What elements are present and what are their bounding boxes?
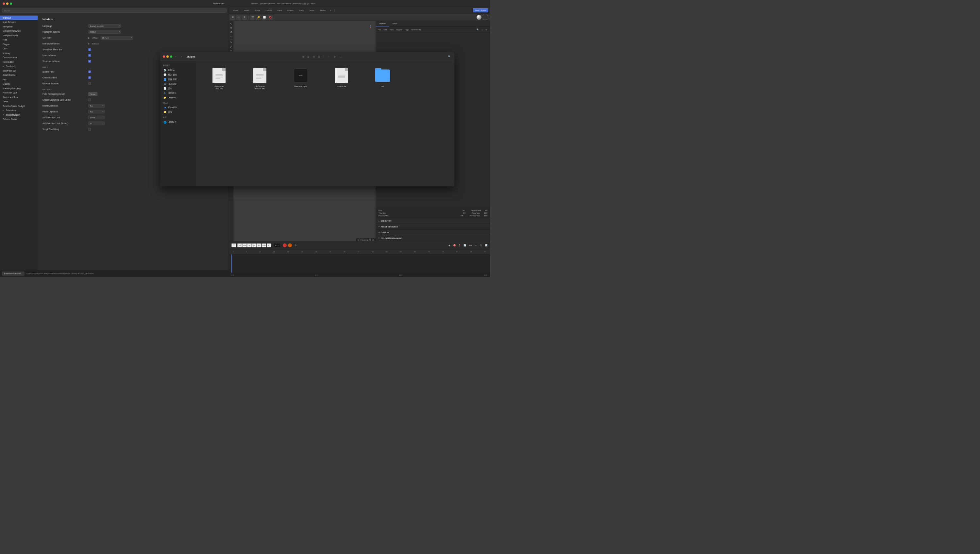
fm-share-btn[interactable]: ↑ [326,54,331,59]
sidebar-item-takes[interactable]: Takes [0,99,38,104]
paste-objects-select-wrap[interactable]: Top [88,110,105,113]
language-select-wrap[interactable]: English (en-US) [88,24,121,28]
gui-font-select[interactable]: UI Font [101,36,134,40]
v-scale-btn[interactable]: ⤡ [229,34,233,38]
highlight-features-select-wrap[interactable]: 2023.2 [88,30,121,33]
tab-paint[interactable]: Paint [275,8,285,13]
maximize-btn[interactable] [10,2,12,5]
tl-goto-start-btn[interactable]: |◀ [237,243,242,247]
fm-search-btn[interactable]: 🔍 [447,54,452,59]
sidebar-item-asset-browser[interactable]: Asset Browser [0,73,38,78]
sidebar-item-files[interactable]: Files [0,38,38,42]
file-octane-dat[interactable]: octane.dat [324,66,360,89]
tl-autokey-btn[interactable] [288,243,292,247]
tl-record-btn[interactable] [283,243,287,247]
tl-prev-frame-btn[interactable]: ◀ [247,243,252,247]
sidebar-item-navigation[interactable]: Navigation [0,24,38,29]
close-btn[interactable] [3,2,5,5]
objects-home-btn[interactable]: ⌂ [480,28,484,31]
fm-icloud-drive[interactable]: ☁ iCloud Dri... [161,105,196,110]
sidebar-item-scheme-colors[interactable]: Scheme Colors [0,117,38,122]
online-content-checkbox[interactable] [88,76,91,79]
tl-snap-tl-btn[interactable]: ⊡ [479,243,483,247]
menu-bookmarks[interactable]: Bookmarks [411,29,421,31]
highlight-features-select[interactable]: 2023.2 [88,30,121,33]
sidebar-item-input-devices[interactable]: Input Devices [0,20,38,24]
sidebar-item-modeling[interactable]: Modeling/Sculpting [0,86,38,91]
sidebar-item-node-editor[interactable]: Node Editor [0,60,38,64]
tl-scale-tl-btn[interactable]: ⟺ [468,243,473,247]
menu-tags[interactable]: Tags [405,29,409,31]
v-paint-btn[interactable]: 🖌 [229,45,233,49]
minimize-btn[interactable] [6,2,8,5]
tl-key-btn[interactable]: ◆ [447,243,452,247]
sidebar-item-renderer[interactable]: ▶ Renderer [0,64,38,68]
insert-objects-select[interactable]: Top [88,104,105,108]
asset-browser-section[interactable]: ASSET BROWSER [376,224,490,230]
fm-minimize-btn[interactable] [166,55,169,57]
fm-desktop[interactable]: 🖥 데스크탑 [161,82,196,86]
am-selection-limit-nodes-input[interactable] [88,122,105,125]
tab-track[interactable]: Track [296,8,306,13]
external-browser-checkbox[interactable] [88,82,91,85]
fm-documents[interactable]: 📄 문서 [161,86,196,91]
tab-nodes[interactable]: Nodes [317,8,328,13]
fm-column-view-btn[interactable]: ⊟ [312,54,316,59]
file-liboctane-dylib[interactable]: exec liboctane.dylib [283,66,319,89]
sidebar-item-viewport-hardware[interactable]: Viewport Hardware [0,29,38,33]
fm-share[interactable]: 📁 공유 [161,110,196,115]
sidebar-item-memory[interactable]: Memory [0,51,38,56]
fm-list-view-btn[interactable]: ☰ [306,54,311,59]
v-rotate-btn[interactable]: ↺ [229,30,233,34]
file-c4doctane-r25[interactable]: c4doctane-R25.xlib [201,66,237,91]
fm-airdrop[interactable]: 📡 AirDrop [161,68,196,73]
prefs-search-input[interactable] [2,8,227,13]
sidebar-item-projection-man[interactable]: Projection Man [0,91,38,95]
sidebar-item-timeline[interactable]: Timeline/Spline Gadget [0,104,38,108]
objects-settings-btn[interactable]: ⚙ [485,28,488,31]
tl-next-frame-btn[interactable]: ▶ [257,243,261,247]
tl-play-btn[interactable]: ▶ [252,243,257,247]
fm-tag-btn[interactable]: ⊘ [332,54,337,59]
create-objects-checkbox[interactable] [88,99,91,101]
v-move-btn[interactable]: ✥ [229,26,233,30]
sidebar-item-communication[interactable]: Communication [0,55,38,60]
am-selection-limit-input[interactable] [88,116,105,119]
tl-motion-btn[interactable]: 🎯 [452,243,457,247]
color-management-section[interactable]: COLOR MANAGEMENT [376,235,490,241]
fm-downloads[interactable]: ⬇ 다운로드 [161,91,196,96]
menu-edit[interactable]: Edit [383,29,387,31]
tab-guard[interactable]: Guard [230,8,241,13]
field-remapping-show-btn[interactable]: Show [88,92,97,96]
shortcuts-in-menu-checkbox[interactable] [88,60,91,63]
fm-network[interactable]: 🌐 네트워크 [161,120,196,124]
sidebar-item-extensions[interactable]: ▶ Extensions [0,108,38,113]
toolbar-text-btn[interactable]: A [242,15,247,20]
sidebar-item-material[interactable]: Material [0,82,38,86]
tab-model[interactable]: Model [241,8,252,13]
file-c4doctane-r2023[interactable]: c4dOctane-R2023.xlib [242,66,278,91]
tl-settings-gear[interactable]: ⚙ [293,243,298,247]
tl-curves-btn[interactable]: 〜 [473,243,478,247]
tl-rot-btn[interactable]: 🔄 [463,243,468,247]
menu-file[interactable]: File [378,29,381,31]
menu-object[interactable]: Object [396,29,402,31]
tab-add-btn[interactable]: + [329,8,333,13]
tl-next-key-btn[interactable]: ▶▶ [262,243,266,247]
fm-apps[interactable]: 🅰 응용 프로... [161,77,196,82]
tl-timecode[interactable]: 0 F [274,244,280,247]
tab-sculpt[interactable]: Sculpt [252,8,263,13]
fm-gallery-view-btn[interactable]: ⊡ [317,54,321,59]
fm-close-btn[interactable] [163,55,165,57]
language-select[interactable]: English (en-US) [88,24,121,28]
display-section[interactable]: DISPLAY [376,230,490,236]
toolbar-settings-btn[interactable]: ⚙ [230,15,235,20]
tl-prev-key-btn[interactable]: ◀◀ [242,243,247,247]
tab-objects[interactable]: Objects [376,21,389,27]
sidebar-item-bodypaint[interactable]: BodyPaint 3D [0,68,38,73]
tl-graph-btn[interactable]: 📊 [485,244,488,247]
toolbar-record-btn[interactable]: ⭕ [268,15,273,20]
prefs-folder-btn[interactable]: Preferences Folder... [2,272,24,275]
execution-section[interactable]: EXECUTION [376,218,490,224]
gui-font-select-wrap[interactable]: UI Font [101,36,134,40]
